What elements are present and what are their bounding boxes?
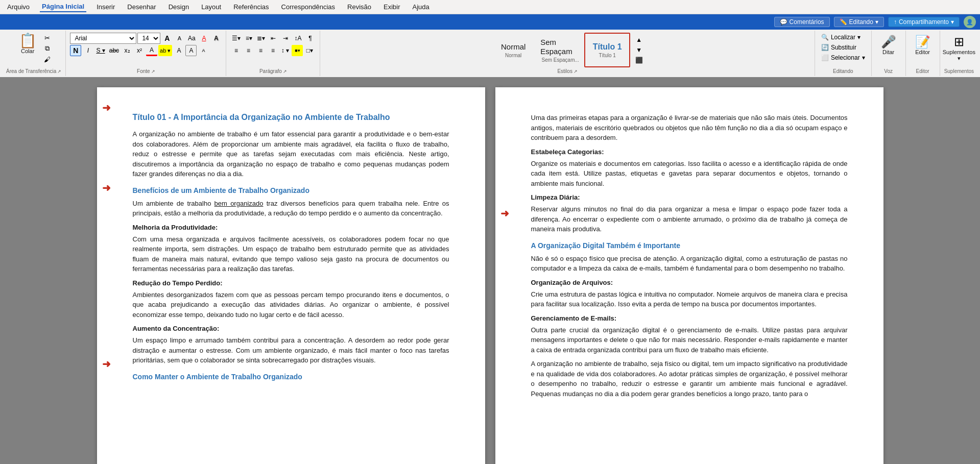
font-name-select[interactable]: Arial [70,33,136,44]
right-p4: Não é só o espaço físico que precisa de … [531,254,848,274]
decrease-indent-button[interactable]: ⇤ [268,33,279,44]
menu-referencias[interactable]: Referências [231,2,271,12]
text-effects-button[interactable]: A [210,33,222,44]
numbering-button[interactable]: ≡▾ [243,33,254,44]
cut-button[interactable]: ✂ [41,33,53,43]
styles-scroll-down[interactable]: ▼ [633,45,644,55]
editing-button[interactable]: ✏️ Editando ▾ [834,17,884,27]
clipboard-expand-icon[interactable]: ↗ [57,69,61,74]
menu-correspondencias[interactable]: Correspondências [279,2,338,12]
sort-button[interactable]: ↕A [292,33,303,44]
right-p2: Organize os materiais e documentos em ca… [531,159,848,189]
doc-p3: Com uma mesa organizada e arquivos facil… [133,234,449,274]
menu-exibir[interactable]: Exibir [381,2,402,12]
show-marks-button[interactable]: ¶ [304,33,316,44]
select-icon: ⬜ [821,54,829,61]
font-size-select[interactable]: 14 [137,33,160,44]
clear-format-button[interactable]: A [198,33,209,44]
right-p7: A organização no ambiente de trabalho, s… [531,359,848,399]
paragraph-label: Parágrafo ↗ [230,67,316,74]
doc-p2-text: Um ambiente de trabalho [133,200,214,207]
menu-ajuda[interactable]: Ajuda [411,2,432,12]
grow-font-button[interactable]: A [161,33,173,44]
select-button[interactable]: ⬜ Selecionar ▾ [819,53,867,62]
dictate-button[interactable]: 🎤 Ditar [876,33,901,57]
right-p5: Crie uma estrutura de pastas lógica e in… [531,289,848,309]
subscript-button[interactable]: x₂ [122,45,133,56]
font-color-button[interactable]: A [146,45,157,56]
phonetic-button[interactable]: A [198,45,209,56]
editing-chevron-icon: ▾ [875,18,878,26]
para-row-2: ≡ ≡ ≡ ≡ ↕ ▾ ■▾ □▾ [230,45,316,56]
user-avatar[interactable]: 👤 [964,16,976,28]
right-p6: Outra parte crucial da organização digit… [531,325,848,355]
shrink-font-button[interactable]: A [174,33,185,44]
style-normal[interactable]: Normal Normal [490,33,536,67]
format-painter-icon: 🖌 [44,56,51,63]
replace-icon: 🔄 [821,44,829,51]
editor-content: 📝 Editor [910,33,936,67]
clipboard-label: Área de Transferência ↗ [6,67,61,74]
strikethrough-button[interactable]: abc [108,45,121,56]
bullets-button[interactable]: ☰▾ [230,33,242,44]
style-titulo1-preview: Título 1 [593,42,622,52]
italic-button[interactable]: I [82,45,93,56]
char-border-button[interactable]: A [185,45,197,56]
line-spacing-button[interactable]: ↕ ▾ [279,45,291,56]
menu-design[interactable]: Design [166,2,191,12]
increase-indent-button[interactable]: ⇥ [280,33,291,44]
superscript-button[interactable]: x² [134,45,145,56]
styles-expand-icon[interactable]: ↗ [573,69,578,74]
share-button[interactable]: ↑ Compartilhamento ▾ [888,17,960,27]
editor-button[interactable]: 📝 Editor [910,33,936,57]
borders-button[interactable]: □▾ [304,45,315,56]
justify-button[interactable]: ≡ [267,45,278,56]
styles-scroll-up[interactable]: ▲ [633,35,644,45]
menu-desenhar[interactable]: Desenhar [125,2,158,12]
clipboard-content: 📋 Colar ✂ ⧉ 🖌 [15,33,53,67]
style-sem-espaco-preview: Sem Espaçam [540,38,580,56]
copy-icon: ⧉ [45,44,50,53]
menu-bar: Arquivo Página Inicial Inserir Desenhar … [0,0,980,14]
copy-button[interactable]: ⧉ [41,43,53,54]
bold-button[interactable]: N [70,45,81,56]
find-chevron: ▾ [857,34,861,41]
shading-button[interactable]: ■▾ [292,45,303,56]
paragraph-expand-icon[interactable]: ↗ [283,69,287,74]
suplementos-button[interactable]: ⊞ Suplementos ▾ [946,33,972,64]
editing-content: 🔍 Localizar ▾ 🔄 Substituir ⬜ Selecionar … [819,33,867,67]
editor-group: 📝 Editor Editor [906,31,940,76]
doc-p2-link[interactable]: bem organizado [214,200,264,207]
char-shading-button[interactable]: A [173,45,184,56]
clipboard-small-buttons: ✂ ⧉ 🖌 [41,33,53,64]
paragraph-group: ☰▾ ≡▾ ≣▾ ⇤ ⇥ ↕A ¶ ≡ ≡ ≡ ≡ ↕ ▾ ■▾ □▾ [226,31,320,76]
format-painter-button[interactable]: 🖌 [41,54,53,64]
dictate-label: Ditar [882,49,894,55]
menu-revisao[interactable]: Revisão [345,2,373,12]
pencil-icon: ✏️ [840,18,847,26]
align-left-button[interactable]: ≡ [230,45,242,56]
menu-layout[interactable]: Layout [199,2,223,12]
comments-button[interactable]: 💬 Comentários [774,17,830,27]
highlight-button[interactable]: ab ▾ [158,45,172,56]
right-p1: Uma das primeiras etapas para a organiza… [531,113,848,143]
paste-icon: 📋 [19,34,37,48]
suplementos-chevron: ▾ [958,55,961,61]
style-normal-preview: Normal [501,42,525,52]
style-sem-espaco[interactable]: Sem Espaçam Sem Espaçam... [537,33,583,67]
style-titulo1[interactable]: Título 1 Título 1 [584,33,630,67]
change-case-button[interactable]: Aa [186,33,197,44]
find-button[interactable]: 🔍 Localizar ▾ [819,33,867,42]
replace-button[interactable]: 🔄 Substituir [819,43,867,52]
align-center-button[interactable]: ≡ [243,45,254,56]
align-right-button[interactable]: ≡ [255,45,266,56]
multilevel-button[interactable]: ≣▾ [255,33,267,44]
document-area: ➜ ➜ ➜ Título 01 - A Importância da Organ… [0,77,980,464]
menu-inserir[interactable]: Inserir [94,2,117,12]
font-expand-icon[interactable]: ↗ [151,69,155,74]
menu-pagina-inicial[interactable]: Página Inicial [40,2,86,12]
menu-arquivo[interactable]: Arquivo [5,2,32,12]
styles-more[interactable]: ⬛ [633,55,644,65]
underline-button[interactable]: S ▾ [94,45,106,56]
paste-button[interactable]: 📋 Colar [15,33,40,55]
